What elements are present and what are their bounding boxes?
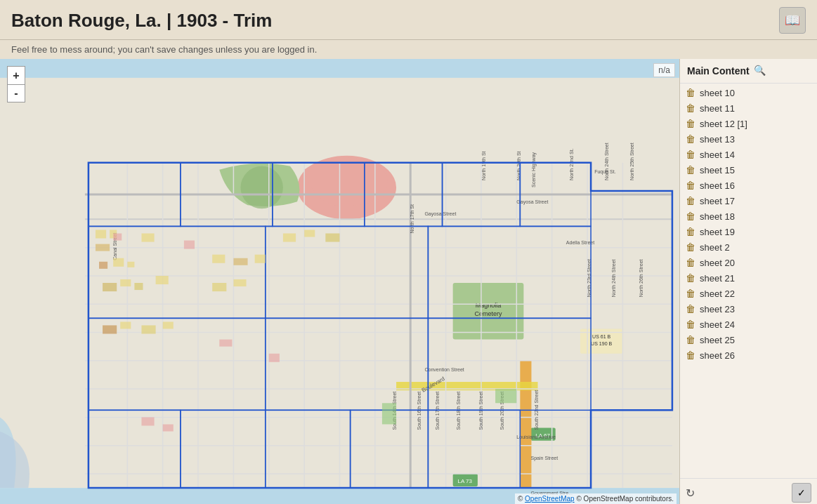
sheet-icon: 🗑 — [686, 149, 695, 160]
sheet-label: sheet 11 — [700, 103, 735, 114]
svg-text:South 17th Street: South 17th Street — [435, 392, 440, 430]
sheet-label: sheet 2 — [700, 242, 730, 253]
svg-text:South 19th Street: South 19th Street — [478, 392, 483, 430]
svg-rect-109 — [283, 233, 296, 241]
sheet-icon: 🗑 — [686, 118, 695, 129]
svg-text:Gayosa Street: Gayosa Street — [516, 199, 548, 205]
sheet-label: sheet 12 [1] — [700, 119, 747, 129]
svg-text:North 26th Street: North 26th Street — [639, 259, 643, 297]
sheet-icon: 🗑 — [686, 350, 695, 361]
svg-text:Spain Street: Spain Street — [530, 456, 558, 461]
sheet-label: sheet 21 — [700, 273, 735, 284]
svg-rect-119 — [495, 389, 516, 403]
svg-text:US 61 B: US 61 B — [592, 334, 611, 339]
sheet-item[interactable]: 🗑sheet 21 — [680, 270, 817, 286]
sheet-item[interactable]: 🗑sheet 14 — [680, 147, 817, 162]
svg-point-2 — [240, 166, 282, 208]
svg-text:Magnolia: Magnolia — [476, 302, 502, 309]
sheet-icon: 🗑 — [686, 303, 695, 314]
svg-text:North 24th Street: North 24th Street — [611, 259, 616, 297]
zoom-in-button[interactable]: + — [7, 66, 25, 84]
sheet-item[interactable]: 🗑sheet 11 — [680, 100, 817, 116]
sheet-item[interactable]: 🗑sheet 10 — [680, 85, 817, 100]
svg-text:Louisiana Avenue: Louisiana Avenue — [516, 435, 556, 439]
svg-text:South 16th Street: South 16th Street — [417, 392, 421, 430]
sheet-item[interactable]: 🗑sheet 17 — [680, 193, 817, 208]
sheet-label: sheet 13 — [700, 134, 735, 145]
sheet-item[interactable]: 🗑sheet 22 — [680, 286, 817, 301]
sheet-icon: 🗑 — [686, 288, 695, 299]
sheet-item[interactable]: 🗑sheet 13 — [680, 131, 817, 147]
sheet-label: sheet 26 — [700, 350, 735, 361]
svg-text:North 20th St: North 20th St — [516, 151, 521, 180]
svg-text:North 24th Street: North 24th Street — [604, 142, 609, 180]
sheet-item[interactable]: 🗑sheet 19 — [680, 224, 817, 239]
sheet-item[interactable]: 🗑sheet 26 — [680, 347, 817, 363]
sheet-icon: 🗑 — [686, 319, 695, 330]
sheet-label: sheet 19 — [700, 227, 735, 237]
zoom-out-button[interactable]: - — [7, 84, 25, 102]
sheet-icon: 🗑 — [686, 133, 695, 145]
svg-rect-116 — [141, 417, 154, 425]
svg-rect-112 — [113, 233, 122, 240]
sheet-label: sheet 10 — [700, 88, 735, 98]
svg-rect-114 — [219, 340, 232, 347]
sheet-list: 🗑sheet 10🗑sheet 11🗑sheet 12 [1]🗑sheet 13… — [680, 84, 817, 478]
svg-rect-113 — [184, 241, 195, 249]
svg-rect-97 — [120, 279, 131, 286]
map-attribution: © OpenStreetMap © OpenStreetMap contribu… — [515, 493, 677, 504]
sidebar: Main Content 🔍 🗑sheet 10🗑sheet 11🗑sheet … — [679, 59, 817, 504]
notice-bar: Feel free to mess around; you can't save… — [0, 40, 817, 59]
sheet-label: sheet 15 — [700, 165, 735, 175]
svg-rect-91 — [96, 244, 110, 251]
svg-rect-107 — [141, 325, 155, 333]
svg-rect-103 — [233, 258, 247, 265]
sheet-item[interactable]: 🗑sheet 18 — [680, 208, 817, 224]
sheet-icon: 🗑 — [686, 272, 695, 284]
sheet-item[interactable]: 🗑sheet 20 — [680, 255, 817, 270]
svg-text:Cemetery: Cemetery — [474, 310, 502, 317]
sidebar-footer: ↻ ✓ — [680, 478, 817, 504]
svg-rect-94 — [113, 258, 124, 267]
sheet-icon: 🗑 — [686, 334, 695, 345]
sheet-icon: 🗑 — [686, 195, 695, 206]
map-book-icon[interactable]: 📖 — [779, 7, 806, 34]
svg-rect-105 — [212, 283, 226, 291]
sheet-item[interactable]: 🗑sheet 2 — [680, 239, 817, 255]
map-container[interactable]: + - n/a Magnolia Cemetery — [0, 59, 679, 504]
sheet-icon: 🗑 — [686, 180, 695, 191]
notice-text: Feel free to mess around; you can't save… — [11, 44, 317, 55]
sheet-item[interactable]: 🗑sheet 24 — [680, 317, 817, 332]
sheet-item[interactable]: 🗑sheet 16 — [680, 178, 817, 193]
sheet-label: sheet 22 — [700, 289, 735, 299]
svg-text:North 19th St: North 19th St — [481, 151, 486, 180]
svg-rect-13 — [520, 361, 531, 488]
sheet-icon: 🗑 — [686, 211, 695, 222]
svg-rect-98 — [134, 283, 143, 290]
svg-text:North 25th Street: North 25th Street — [629, 142, 634, 180]
confirm-button[interactable]: ✓ — [792, 483, 811, 503]
sheet-item[interactable]: 🗑sheet 23 — [680, 301, 817, 317]
sheet-label: sheet 20 — [700, 258, 735, 268]
sheet-label: sheet 18 — [700, 211, 735, 222]
map-svg: Magnolia Cemetery US 61 B US 190 B LA 67… — [0, 59, 679, 504]
page-header: Baton Rouge, La. | 1903 - Trim 📖 — [0, 0, 817, 40]
refresh-icon[interactable]: ↻ — [686, 486, 695, 500]
sheet-icon: 🗑 — [686, 257, 695, 268]
osm-link[interactable]: OpenStreetMap — [525, 495, 575, 503]
svg-rect-89 — [96, 230, 106, 238]
sheet-item[interactable]: 🗑sheet 25 — [680, 332, 817, 347]
svg-rect-101 — [120, 321, 131, 329]
svg-rect-106 — [233, 279, 246, 286]
svg-rect-92 — [141, 233, 154, 241]
main-layout: + - n/a Magnolia Cemetery — [0, 59, 817, 504]
svg-text:LA 73: LA 73 — [457, 478, 472, 484]
svg-text:Adella Street: Adella Street — [566, 240, 594, 245]
search-icon[interactable]: 🔍 — [754, 65, 766, 77]
sheet-item[interactable]: 🗑sheet 15 — [680, 162, 817, 178]
sidebar-title: Main Content — [687, 65, 750, 77]
sheet-item[interactable]: 🗑sheet 12 [1] — [680, 116, 817, 131]
sheet-icon: 🗑 — [686, 164, 695, 175]
map-zoom-controls: + - — [7, 66, 25, 102]
sheet-label: sheet 17 — [700, 196, 735, 206]
